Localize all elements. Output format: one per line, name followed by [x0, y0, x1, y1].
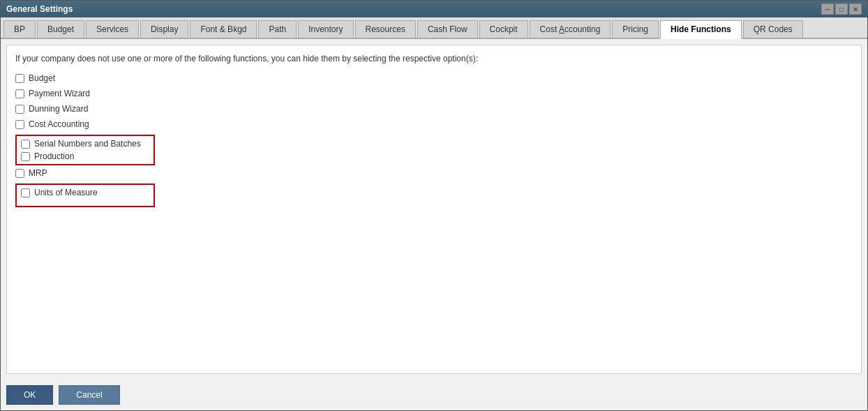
checkbox-dunning-wizard[interactable] [15, 105, 24, 114]
checkbox-payment-wizard[interactable] [15, 89, 24, 98]
tab-pricing-label: Pricing [622, 24, 648, 34]
tab-inventory[interactable]: Inventory [298, 20, 353, 38]
close-button[interactable]: ✕ [849, 3, 862, 15]
content-area: If your company does not use one or more… [6, 45, 862, 374]
checkbox-dunning-wizard-label: Dunning Wizard [29, 104, 88, 114]
checkbox-item-mrp: MRP [15, 168, 853, 178]
highlight-group-serial-production: Serial Numbers and Batches Production [15, 135, 155, 165]
tab-font-bkgd[interactable]: Font & Bkgd [190, 20, 257, 38]
ok-button[interactable]: OK [6, 385, 53, 405]
restore-button[interactable]: □ [835, 3, 848, 15]
footer: OK Cancel [1, 380, 867, 410]
tab-pricing[interactable]: Pricing [612, 20, 659, 38]
checkbox-production-label: Production [34, 151, 74, 161]
tab-display[interactable]: Display [140, 20, 188, 38]
tab-cost-accounting-label: Cost Accounting [540, 24, 601, 34]
tab-services[interactable]: Services [86, 20, 139, 38]
checkbox-mrp-label: MRP [29, 168, 47, 178]
tab-cash-flow-label: Cash Flow [428, 24, 467, 34]
tab-cost-accounting[interactable]: Cost Accounting [530, 20, 611, 38]
tab-resources[interactable]: Resources [355, 20, 416, 38]
window-controls: ─ □ ✕ [821, 3, 862, 15]
minimize-button[interactable]: ─ [821, 3, 834, 15]
checkbox-budget-label: Budget [29, 73, 55, 83]
checkbox-serial-numbers-batches-label: Serial Numbers and Batches [34, 139, 141, 149]
tab-bp[interactable]: BP [3, 20, 36, 38]
title-bar: General Settings ─ □ ✕ [1, 1, 867, 17]
checkbox-units-of-measure-label: Units of Measure [34, 188, 98, 197]
checkbox-production[interactable] [21, 152, 30, 161]
tab-services-label: Services [96, 24, 128, 34]
tab-path[interactable]: Path [258, 20, 297, 38]
tab-path-label: Path [269, 24, 286, 34]
tab-inventory-label: Inventory [308, 24, 343, 34]
checkbox-item-payment-wizard: Payment Wizard [15, 89, 853, 98]
tab-qr-codes-label: QR Codes [754, 24, 793, 34]
tab-bar: BP Budget Services Display Font & Bkgd P… [1, 17, 867, 39]
tab-cockpit[interactable]: Cockpit [479, 20, 528, 38]
checkbox-item-production: Production [21, 151, 149, 161]
checkbox-units-of-measure[interactable] [21, 188, 30, 197]
checkbox-item-budget: Budget [15, 73, 853, 83]
window-title: General Settings [6, 4, 73, 14]
tab-cash-flow[interactable]: Cash Flow [417, 20, 478, 38]
tab-display-label: Display [151, 24, 178, 34]
tab-resources-label: Resources [366, 24, 405, 34]
checkbox-mrp[interactable] [15, 169, 24, 178]
tab-hide-functions-label: Hide Functions [671, 24, 731, 34]
checkbox-cost-accounting-label: Cost Accounting [29, 119, 89, 129]
instruction-text: If your company does not use one or more… [15, 54, 853, 63]
highlight-group-units-of-measure: Units of Measure [15, 184, 155, 207]
tab-qr-codes[interactable]: QR Codes [743, 20, 803, 38]
tab-font-bkgd-label: Font & Bkgd [200, 24, 246, 34]
tab-budget[interactable]: Budget [37, 20, 84, 38]
general-settings-window: General Settings ─ □ ✕ BP Budget Service… [0, 0, 868, 411]
tab-cockpit-label: Cockpit [490, 24, 518, 34]
tab-hide-functions[interactable]: Hide Functions [660, 20, 742, 39]
tab-bp-label: BP [14, 24, 25, 34]
checkbox-payment-wizard-label: Payment Wizard [29, 89, 90, 98]
checkbox-item-serial-numbers-batches: Serial Numbers and Batches [21, 139, 149, 149]
checkbox-serial-numbers-batches[interactable] [21, 140, 30, 149]
cancel-button[interactable]: Cancel [59, 385, 119, 405]
tab-budget-label: Budget [47, 24, 74, 34]
checkbox-budget[interactable] [15, 74, 24, 83]
checkbox-cost-accounting[interactable] [15, 120, 24, 129]
checkbox-item-dunning-wizard: Dunning Wizard [15, 104, 853, 114]
checkbox-item-units-of-measure: Units of Measure [21, 188, 149, 197]
checkbox-item-cost-accounting: Cost Accounting [15, 119, 853, 129]
